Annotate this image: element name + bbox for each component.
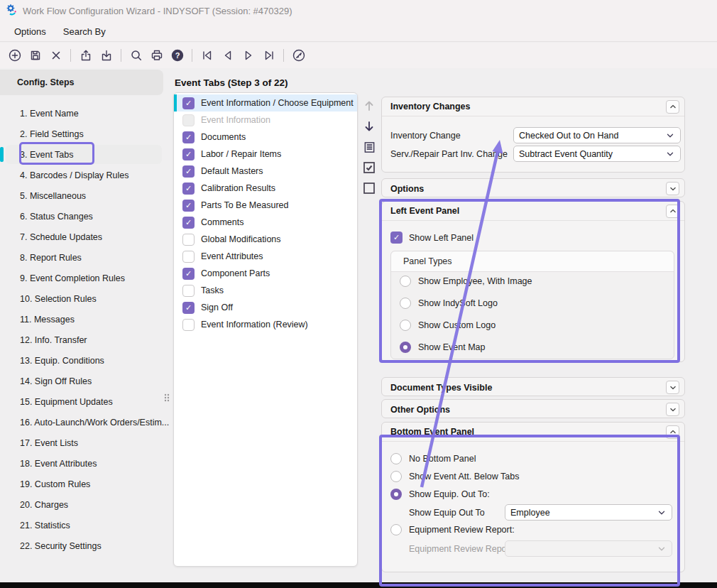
checkbox-checked-icon[interactable] bbox=[182, 217, 195, 229]
move-down-icon[interactable] bbox=[361, 119, 377, 134]
tab-row-comments[interactable]: Comments bbox=[174, 214, 357, 231]
radio-unselected-icon[interactable] bbox=[390, 471, 402, 482]
checkbox-checked-icon[interactable] bbox=[182, 302, 195, 314]
page-title: Event Tabs (Step 3 of 22) bbox=[175, 77, 288, 88]
tab-row-parts-to-be-measured[interactable]: Parts To Be Measured bbox=[174, 197, 357, 214]
save-icon[interactable] bbox=[26, 47, 44, 65]
radio-unselected-icon[interactable] bbox=[400, 276, 411, 287]
radio-no-bottom-panel[interactable]: No Bottom Panel bbox=[390, 453, 476, 464]
sidebar-item-event-lists[interactable]: 17. Event Lists bbox=[0, 432, 170, 453]
radio-unselected-icon[interactable] bbox=[390, 524, 402, 535]
move-up-icon[interactable] bbox=[361, 98, 377, 114]
sidebar-item-equipment-updates[interactable]: 15. Equipment Updates bbox=[0, 391, 170, 412]
sidebar-item-statistics[interactable]: 21. Statistics bbox=[0, 515, 170, 535]
checkbox-unchecked-icon[interactable] bbox=[182, 251, 195, 263]
import-icon[interactable] bbox=[97, 47, 115, 65]
show-left-panel-checkbox[interactable]: Show Left Panel bbox=[390, 232, 474, 244]
help-icon[interactable]: ? bbox=[168, 47, 186, 65]
radio-show-employee-with-image[interactable]: Show Employee, With Image bbox=[400, 276, 532, 287]
window-title: Work Flow Configuration Wizard - INDYSOF… bbox=[23, 6, 292, 16]
radio-show-indysoft-logo[interactable]: Show IndySoft Logo bbox=[400, 298, 498, 309]
tab-row-event-attributes[interactable]: Event Attributes bbox=[174, 248, 357, 265]
tab-row-component-parts[interactable]: Component Parts bbox=[174, 265, 357, 282]
tab-row-event-information-review[interactable]: Event Information (Review) bbox=[174, 316, 357, 333]
radio-show-event-map[interactable]: Show Event Map bbox=[400, 342, 486, 353]
inventory-change-dropdown[interactable]: Checked Out to On Hand bbox=[513, 127, 681, 143]
menu-search-by[interactable]: Search By bbox=[63, 26, 106, 37]
expand-chevron-down-icon[interactable] bbox=[666, 182, 679, 195]
checkbox-checked-icon[interactable] bbox=[182, 148, 195, 160]
sidebar-item-event-completion-rules[interactable]: 9. Event Completion Rules bbox=[0, 268, 170, 288]
tab-row-tasks[interactable]: Tasks bbox=[174, 282, 357, 299]
add-icon[interactable] bbox=[6, 47, 23, 65]
radio-unselected-icon[interactable] bbox=[390, 453, 402, 464]
delete-icon[interactable] bbox=[47, 47, 65, 65]
radio-equipment-review-report[interactable]: Equipment Review Report: bbox=[390, 524, 515, 535]
checkbox-unchecked-icon[interactable] bbox=[182, 319, 195, 331]
sidebar-item-barcodes-display-rules[interactable]: 4. Barcodes / Display Rules bbox=[0, 165, 170, 185]
section-document-types-visible: Document Types Visible bbox=[381, 377, 685, 396]
checkbox-checked-icon[interactable] bbox=[182, 131, 195, 143]
sidebar-item-security-settings[interactable]: 22. Security Settings bbox=[0, 535, 170, 556]
tab-row-labor-repair-items[interactable]: Labor / Repair Items bbox=[174, 146, 357, 163]
export-icon[interactable] bbox=[77, 47, 94, 65]
uncheck-all-icon[interactable] bbox=[361, 180, 377, 196]
last-record-icon[interactable] bbox=[260, 47, 278, 65]
checkbox-checked-icon[interactable] bbox=[182, 97, 195, 109]
sidebar-item-event-attributes[interactable]: 18. Event Attributes bbox=[0, 453, 170, 474]
sidebar-item-auto-launch[interactable]: 16. Auto-Launch/Work Orders/Estim... bbox=[0, 412, 170, 432]
sidebar-item-charges[interactable]: 20. Charges bbox=[0, 494, 170, 515]
first-record-icon[interactable] bbox=[198, 47, 216, 65]
details-icon[interactable] bbox=[361, 139, 377, 155]
toolbar-separator bbox=[121, 49, 121, 62]
sidebar-item-event-name[interactable]: 1. Event Name bbox=[0, 103, 170, 124]
previous-record-icon[interactable] bbox=[219, 47, 236, 65]
check-all-icon[interactable] bbox=[361, 160, 377, 175]
tab-row-documents[interactable]: Documents bbox=[174, 129, 357, 146]
sidebar-item-miscellaneous[interactable]: 5. Miscellaneous bbox=[0, 185, 170, 206]
sidebar-item-event-tabs[interactable]: 3. Event Tabs bbox=[0, 144, 170, 165]
print-icon[interactable] bbox=[148, 47, 165, 65]
radio-unselected-icon[interactable] bbox=[400, 320, 411, 331]
collapse-chevron-up-icon[interactable] bbox=[666, 205, 679, 218]
show-equip-out-to-dropdown[interactable]: Employee bbox=[505, 504, 672, 521]
expand-chevron-down-icon[interactable] bbox=[666, 403, 679, 416]
checkbox-unchecked-icon[interactable] bbox=[182, 234, 195, 246]
sidebar-item-info-transfer[interactable]: 12. Info. Transfer bbox=[0, 330, 170, 350]
sidebar-item-messages[interactable]: 11. Messages bbox=[0, 309, 170, 330]
next-record-icon[interactable] bbox=[239, 47, 257, 65]
sidebar-item-field-settings[interactable]: 2. Field Settings bbox=[0, 124, 170, 144]
sidebar-item-report-rules[interactable]: 8. Report Rules bbox=[0, 247, 170, 268]
radio-selected-icon[interactable] bbox=[390, 489, 402, 500]
collapse-chevron-up-icon[interactable] bbox=[666, 425, 679, 439]
radio-show-custom-logo[interactable]: Show Custom Logo bbox=[400, 320, 496, 331]
collapse-chevron-up-icon[interactable] bbox=[666, 100, 679, 114]
splitter-drag-handle-icon[interactable] bbox=[162, 392, 172, 403]
sidebar-item-equip-conditions[interactable]: 13. Equip. Conditions bbox=[0, 350, 170, 371]
sidebar-item-custom-rules[interactable]: 19. Custom Rules bbox=[0, 474, 170, 494]
sidebar-item-sign-off-rules[interactable]: 14. Sign Off Rules bbox=[0, 371, 170, 391]
menu-options[interactable]: Options bbox=[14, 26, 46, 37]
compass-icon[interactable] bbox=[290, 47, 307, 65]
radio-selected-icon[interactable] bbox=[400, 342, 411, 353]
sidebar-item-schedule-updates[interactable]: 7. Schedule Updates bbox=[0, 227, 170, 247]
checkbox-checked-icon[interactable] bbox=[390, 232, 403, 244]
checkbox-checked-icon[interactable] bbox=[182, 200, 195, 212]
checkbox-checked-icon[interactable] bbox=[182, 183, 195, 195]
expand-chevron-down-icon[interactable] bbox=[666, 381, 679, 394]
search-icon[interactable] bbox=[127, 47, 145, 65]
checkbox-unchecked-icon[interactable] bbox=[182, 285, 195, 297]
checkbox-checked-icon[interactable] bbox=[182, 268, 195, 280]
checkbox-checked-icon[interactable] bbox=[182, 165, 195, 178]
sidebar-item-status-changes[interactable]: 6. Status Changes bbox=[0, 206, 170, 227]
radio-show-event-att-below-tabs[interactable]: Show Event Att. Below Tabs bbox=[390, 471, 519, 482]
tab-row-global-modifications[interactable]: Global Modifications bbox=[174, 231, 357, 248]
tab-row-default-masters[interactable]: Default Masters bbox=[174, 163, 357, 180]
radio-show-equip-out-to[interactable]: Show Equip. Out To: bbox=[390, 489, 490, 500]
tab-row-calibration-results[interactable]: Calibration Results bbox=[174, 180, 357, 197]
serv-repair-part-inv-change-dropdown[interactable]: Subtract Event Quantity bbox=[513, 146, 681, 162]
tab-row-event-info-choose-equipment[interactable]: Event Information / Choose Equipment bbox=[174, 94, 357, 111]
sidebar-item-selection-rules[interactable]: 10. Selection Rules bbox=[0, 288, 170, 309]
radio-unselected-icon[interactable] bbox=[400, 298, 411, 309]
tab-row-sign-off[interactable]: Sign Off bbox=[174, 299, 357, 316]
